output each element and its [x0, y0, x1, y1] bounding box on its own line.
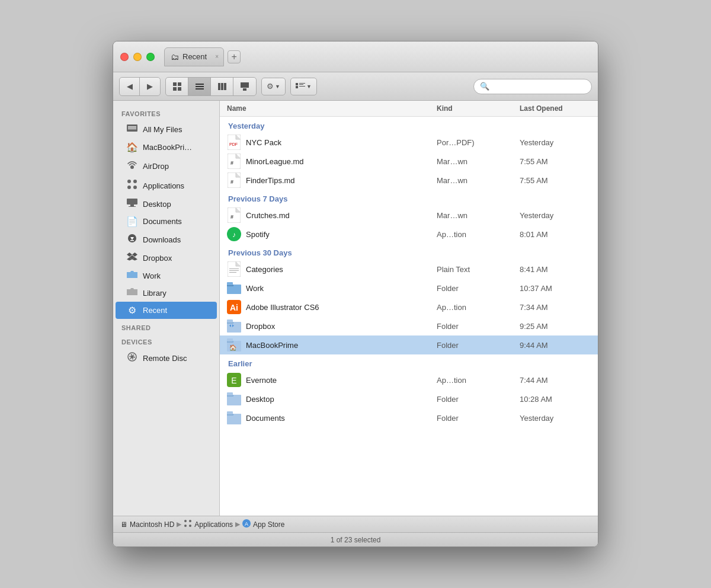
- svg-rect-18: [128, 126, 136, 127]
- svg-rect-67: [229, 270, 239, 271]
- minimize-button[interactable]: [133, 53, 142, 61]
- tab-close-icon[interactable]: ×: [215, 53, 219, 60]
- view-icon-button[interactable]: [166, 78, 188, 95]
- table-row[interactable]: PDF NYC Pack Por…PDF) Yesterday: [220, 133, 598, 152]
- sidebar-item-label: All My Files: [143, 125, 182, 134]
- file-date: 8:01 AM: [520, 230, 591, 239]
- file-kind: Ap…tion: [437, 303, 520, 312]
- search-input[interactable]: [493, 82, 585, 91]
- applications-path-icon: [184, 519, 192, 529]
- svg-rect-89: [227, 392, 233, 395]
- tab-icon: 🗂: [171, 52, 179, 62]
- sidebar-item-work[interactable]: Work: [116, 267, 217, 284]
- name-column-header[interactable]: Name: [227, 104, 437, 113]
- file-list: Name Kind Last Opened Yesterday PDF: [220, 101, 598, 516]
- file-kind: Folder: [437, 395, 520, 404]
- svg-rect-26: [127, 199, 137, 204]
- file-name: Spotify: [246, 230, 270, 239]
- sidebar-item-downloads[interactable]: Downloads: [116, 231, 217, 248]
- sidebar-item-desktop[interactable]: Desktop: [116, 196, 217, 212]
- search-box[interactable]: 🔍: [473, 79, 592, 94]
- table-row[interactable]: Documents Folder Yesterday: [220, 408, 598, 427]
- all-my-files-icon: [126, 123, 138, 135]
- table-row[interactable]: ♪ Spotify Ap…tion 8:01 AM: [220, 225, 598, 244]
- sidebar-item-library[interactable]: Library: [116, 285, 217, 301]
- file-date: 9:44 AM: [520, 341, 591, 350]
- file-date: 7:34 AM: [520, 303, 591, 312]
- sidebar-item-applications[interactable]: Applications: [116, 176, 217, 195]
- path-item-app-store[interactable]: A App Store: [242, 519, 284, 529]
- table-row[interactable]: Dropbox Folder 9:25 AM: [220, 317, 598, 335]
- view-cover-button[interactable]: [233, 78, 256, 95]
- file-name: Categories: [246, 265, 283, 274]
- sidebar-item-airdrop[interactable]: AirDrop: [116, 156, 217, 175]
- library-icon: [126, 287, 138, 298]
- last-opened-column-header[interactable]: Last Opened: [520, 104, 591, 113]
- tab-label: Recent: [182, 52, 207, 61]
- view-column-button[interactable]: [211, 78, 233, 95]
- new-tab-button[interactable]: +: [228, 50, 241, 63]
- table-row[interactable]: Work Folder 10:37 AM: [220, 279, 598, 298]
- table-row[interactable]: Ai Adobe Illustrator CS6 Ap…tion 7:34 AM: [220, 298, 598, 317]
- file-date: 7:55 AM: [520, 176, 591, 185]
- table-row[interactable]: Desktop Folder 10:28 AM: [220, 389, 598, 408]
- group-previous-7-days: Previous 7 Days: [220, 190, 598, 206]
- file-icon: [227, 392, 241, 406]
- file-icon: [227, 262, 241, 276]
- file-icon: ♪: [227, 227, 241, 241]
- svg-point-94: [189, 520, 191, 522]
- macintosh-hd-icon: 🖥: [120, 520, 127, 529]
- tab-recent[interactable]: 🗂 Recent ×: [164, 47, 224, 66]
- kind-column-header[interactable]: Kind: [437, 104, 520, 113]
- svg-rect-16: [299, 84, 303, 85]
- table-row[interactable]: 🏠 MacBookPrime Folder 9:44 AM: [220, 335, 598, 354]
- file-icon: [227, 319, 241, 333]
- action-dropdown-icon: ▼: [275, 84, 280, 90]
- svg-text:PDF: PDF: [229, 142, 238, 146]
- sidebar-item-recent[interactable]: ⚙ Recent: [116, 302, 217, 319]
- file-icon: #: [227, 154, 241, 168]
- file-icon: Ai: [227, 300, 241, 314]
- remote-disc-icon: [126, 351, 138, 365]
- file-name: Documents: [246, 414, 285, 423]
- forward-button[interactable]: ▶: [140, 78, 160, 95]
- table-row[interactable]: # FinderTips.md Mar…wn 7:55 AM: [220, 171, 598, 190]
- file-name: Crutches.md: [246, 211, 290, 220]
- file-name: Desktop: [246, 395, 274, 404]
- airdrop-icon: [126, 159, 138, 172]
- sidebar-item-documents[interactable]: 📄 Documents: [116, 213, 217, 230]
- file-date: Yesterday: [520, 138, 591, 147]
- path-item-macintosh-hd[interactable]: 🖥 Macintosh HD: [120, 520, 174, 529]
- back-button[interactable]: ◀: [120, 78, 140, 95]
- table-row[interactable]: Categories Plain Text 8:41 AM: [220, 260, 598, 279]
- view-list-button[interactable]: [188, 78, 211, 95]
- svg-rect-0: [173, 82, 177, 86]
- svg-point-22: [127, 180, 131, 183]
- path-item-applications[interactable]: Applications: [184, 519, 233, 529]
- table-row[interactable]: # MinorLeague.md Mar…wn 7:55 AM: [220, 152, 598, 171]
- file-date: 7:55 AM: [520, 157, 591, 166]
- sidebar-item-remote-disc[interactable]: Remote Disc: [116, 349, 217, 368]
- file-icon: [227, 281, 241, 295]
- table-row[interactable]: # Crutches.md Mar…wn Yesterday: [220, 206, 598, 225]
- svg-rect-4: [196, 84, 204, 85]
- sidebar-item-dropbox[interactable]: Dropbox: [116, 249, 217, 267]
- svg-rect-3: [178, 87, 181, 91]
- devices-section-label: DEVICES: [113, 334, 219, 348]
- table-row[interactable]: E Evernote Ap…tion 7:44 AM: [220, 370, 598, 389]
- work-icon: [126, 270, 138, 281]
- downloads-icon: [126, 234, 138, 245]
- sidebar-item-macbookpri[interactable]: 🏠 MacBookPri…: [116, 139, 217, 156]
- maximize-button[interactable]: [146, 53, 155, 61]
- sidebar-item-all-my-files[interactable]: All My Files: [116, 120, 217, 138]
- file-date: 9:25 AM: [520, 322, 591, 331]
- path-separator: ▶: [235, 520, 240, 528]
- statusbar: 1 of 23 selected: [113, 532, 598, 547]
- arrange-button[interactable]: ▼: [290, 78, 317, 95]
- search-icon: 🔍: [480, 82, 489, 91]
- action-button[interactable]: ⚙ ▼: [261, 78, 286, 95]
- svg-point-95: [184, 525, 187, 527]
- recent-icon: ⚙: [126, 305, 138, 316]
- sidebar-item-label: AirDrop: [143, 162, 169, 171]
- close-button[interactable]: [120, 53, 129, 61]
